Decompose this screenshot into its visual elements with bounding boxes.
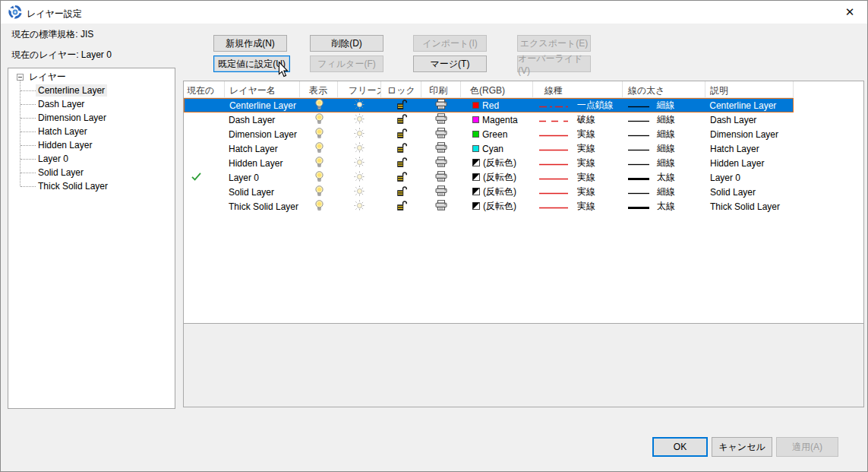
column-header-0[interactable]: 現在の [184,81,225,97]
freeze-cell[interactable] [338,112,381,127]
print-cell[interactable] [421,99,461,112]
column-header-7[interactable]: 線種 [533,81,623,97]
lineweight-cell[interactable]: 太線 [623,199,705,214]
lineweight-cell[interactable]: 細線 [623,112,705,127]
lineweight-cell[interactable]: 細線 [623,127,705,141]
print-cell[interactable] [421,185,461,199]
linetype-cell[interactable]: 実線 [533,141,623,156]
current-cell[interactable] [184,199,225,214]
column-header-2[interactable]: 表示 [300,81,338,97]
print-cell[interactable] [421,112,461,127]
visibility-cell[interactable] [300,156,338,170]
layer-row-solid-layer[interactable]: Solid Layer(反転色)実線細線Solid Layer [184,185,794,199]
freeze-cell[interactable] [338,170,381,185]
apply-button[interactable]: 適用(A) [776,437,838,457]
description-cell[interactable]: Thick Solid Layer [705,199,794,214]
layer-row-hidden-layer[interactable]: Hidden Layer(反転色)実線細線Hidden Layer [184,156,794,170]
lineweight-cell[interactable]: 細線 [623,99,705,112]
lock-cell[interactable] [381,170,421,185]
visibility-cell[interactable] [300,199,338,214]
tree-item-centerline-layer[interactable]: Centerline Layer [36,84,107,97]
layer-row-thick-solid-layer[interactable]: Thick Solid Layer(反転色)実線太線Thick Solid La… [184,199,794,214]
layer-name-cell[interactable]: Dimension Layer [225,127,300,141]
visibility-cell[interactable] [300,185,338,199]
current-cell[interactable] [185,99,226,112]
delete-button[interactable]: 削除(D) [310,35,383,52]
lineweight-cell[interactable]: 細線 [623,156,705,170]
layer-row-dash-layer[interactable]: Dash LayerMagenta破線細線Dash Layer [184,112,794,127]
import-button[interactable]: インポート(I) [413,35,487,52]
description-cell[interactable]: Solid Layer [705,185,794,199]
visibility-cell[interactable] [300,112,338,127]
current-cell[interactable] [184,141,225,156]
freeze-cell[interactable] [338,127,381,141]
tree-item-dash-layer[interactable]: Dash Layer [36,97,87,111]
lock-cell[interactable] [381,112,421,127]
close-icon[interactable]: ✕ [832,1,867,24]
export-button[interactable]: エクスポート(E) [517,35,591,52]
column-header-5[interactable]: 印刷 [421,81,461,97]
lock-cell[interactable] [381,99,421,112]
freeze-cell[interactable] [338,141,381,156]
description-cell[interactable]: Hatch Layer [705,141,794,156]
color-cell[interactable]: (反転色) [461,185,533,199]
linetype-cell[interactable]: 実線 [533,127,623,141]
lineweight-cell[interactable]: 細線 [623,141,705,156]
column-header-4[interactable]: ロック [381,81,421,97]
description-cell[interactable]: Dash Layer [705,112,794,127]
color-cell[interactable]: Cyan [461,141,533,156]
layer-row-hatch-layer[interactable]: Hatch LayerCyan実線細線Hatch Layer [184,141,794,156]
linetype-cell[interactable]: 破線 [533,112,623,127]
tree-item-hatch-layer[interactable]: Hatch Layer [36,125,90,138]
current-cell[interactable] [184,156,225,170]
linetype-cell[interactable]: 一点鎖線 [533,99,623,112]
linetype-cell[interactable]: 実線 [533,156,623,170]
tree-item-solid-layer[interactable]: Solid Layer [36,166,86,179]
tree-item-thick-solid-layer[interactable]: Thick Solid Layer [36,179,110,193]
lock-cell[interactable] [381,127,421,141]
lock-cell[interactable] [381,199,421,214]
print-cell[interactable] [421,170,461,185]
column-header-6[interactable]: 色(RGB) [461,81,533,97]
column-header-8[interactable]: 線の太さ [623,81,705,97]
visibility-cell[interactable] [300,127,338,141]
layer-row-centerline-layer[interactable]: Centerline LayerRed一点鎖線細線Centerline Laye… [184,98,794,112]
linetype-cell[interactable]: 実線 [533,199,623,214]
color-cell[interactable]: Green [461,127,533,141]
lock-cell[interactable] [381,156,421,170]
current-cell[interactable] [184,127,225,141]
freeze-cell[interactable] [339,99,382,112]
column-header-9[interactable]: 説明 [705,81,794,97]
color-cell[interactable]: (反転色) [461,156,533,170]
column-header-1[interactable]: レイヤー名 [225,81,300,97]
layer-name-cell[interactable]: Layer 0 [225,170,300,185]
layer-name-cell[interactable]: Dash Layer [225,112,300,127]
ok-button[interactable]: OK [652,437,708,457]
description-cell[interactable]: Hidden Layer [705,156,794,170]
color-cell[interactable]: (反転色) [461,199,533,214]
color-cell[interactable]: (反転色) [461,170,533,185]
color-cell[interactable]: Red [461,99,533,112]
color-cell[interactable]: Magenta [461,112,533,127]
layer-row-layer-0[interactable]: Layer 0(反転色)実線太線Layer 0 [184,170,794,185]
print-cell[interactable] [421,156,461,170]
freeze-cell[interactable] [338,185,381,199]
current-cell[interactable] [184,112,225,127]
tree-item-dimension-layer[interactable]: Dimension Layer [36,111,109,125]
cancel-button[interactable]: キャンセル [712,437,772,457]
print-cell[interactable] [421,141,461,156]
merge-button[interactable]: マージ(T) [413,55,487,72]
layer-name-cell[interactable]: Thick Solid Layer [225,199,300,214]
lock-cell[interactable] [381,141,421,156]
new-button[interactable]: 新規作成(N) [213,35,287,52]
lineweight-cell[interactable]: 細線 [623,185,705,199]
linetype-cell[interactable]: 実線 [533,170,623,185]
linetype-cell[interactable]: 実線 [533,185,623,199]
lineweight-cell[interactable]: 太線 [623,170,705,185]
description-cell[interactable]: Dimension Layer [705,127,794,141]
override-button[interactable]: オーバーライド(V) [517,55,591,72]
current-cell[interactable] [184,185,225,199]
filter-button[interactable]: フィルター(F) [310,55,383,72]
description-cell[interactable]: Layer 0 [705,170,794,185]
layer-row-dimension-layer[interactable]: Dimension LayerGreen実線細線Dimension Layer [184,127,794,141]
